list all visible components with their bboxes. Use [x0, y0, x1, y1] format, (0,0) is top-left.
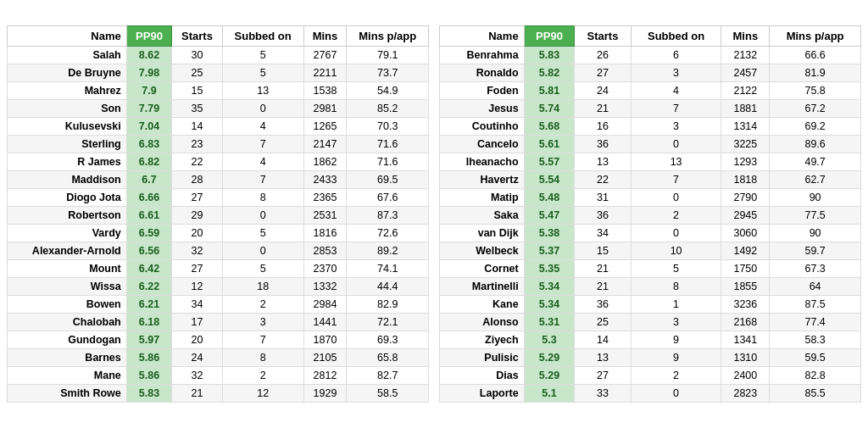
pp90-value: 5.34 [524, 296, 575, 314]
pp90-value: 5.1 [524, 385, 575, 403]
stat-cell: 69.2 [770, 118, 861, 136]
player-name: Bowen [8, 296, 127, 314]
stat-cell: 0 [631, 385, 721, 403]
pp90-value: 7.04 [126, 118, 172, 136]
player-name: Coutinho [440, 118, 525, 136]
stat-cell: 1 [631, 296, 721, 314]
table-row: Cornet5.35215175067.3 [440, 260, 861, 278]
pp90-value: 8.62 [126, 47, 172, 64]
pp90-value: 5.35 [524, 260, 575, 278]
pp90-value: 7.98 [126, 64, 172, 82]
table-row: Foden5.81244212275.8 [440, 82, 861, 100]
table-row: Dias5.29272240082.8 [440, 367, 861, 385]
stat-cell: 5 [222, 64, 303, 82]
stat-cell: 82.9 [347, 296, 429, 314]
player-name: Kane [440, 296, 525, 314]
stat-cell: 30 [172, 47, 223, 64]
table-row: van Dijk5.38340306090 [440, 225, 861, 242]
player-name: Foden [440, 82, 525, 100]
pp90-value: 7.9 [126, 82, 172, 100]
stat-cell: 1870 [303, 331, 347, 349]
table-row: Ronaldo5.82273245781.9 [440, 64, 861, 82]
player-name: Mane [8, 367, 127, 385]
stat-cell: 66.6 [770, 47, 861, 64]
stat-cell: 81.9 [770, 64, 861, 82]
stat-cell: 77.5 [770, 207, 861, 225]
stat-cell: 7 [631, 171, 721, 189]
stat-cell: 2853 [303, 242, 347, 260]
table-row: Barnes5.86248210565.8 [8, 349, 429, 367]
table-row: Matip5.48310279090 [440, 189, 861, 207]
stat-cell: 33 [575, 385, 631, 403]
table1-col-subbed: Subbed on [222, 26, 303, 47]
player-name: Ziyech [440, 331, 525, 349]
stat-cell: 8 [222, 349, 303, 367]
table-row: Jesus5.74217188167.2 [440, 100, 861, 118]
player-name: R James [8, 153, 127, 171]
stat-cell: 2 [222, 296, 303, 314]
player-name: Smith Rowe [8, 385, 127, 403]
stat-cell: 2370 [303, 260, 347, 278]
pp90-value: 5.86 [126, 349, 172, 367]
stat-cell: 0 [631, 136, 721, 153]
pp90-value: 6.7 [126, 171, 172, 189]
table1-col-name: Name [8, 26, 127, 47]
player-name: Barnes [8, 349, 127, 367]
stat-cell: 2984 [303, 296, 347, 314]
stat-cell: 2365 [303, 189, 347, 207]
table2: Name PP90 Starts Subbed on Mins Mins p/a… [439, 25, 861, 403]
stat-cell: 2823 [721, 385, 770, 403]
table1-col-starts: Starts [172, 26, 223, 47]
stat-cell: 23 [172, 136, 223, 153]
table-row: Salah8.62305276779.1 [8, 47, 429, 64]
stat-cell: 2211 [303, 64, 347, 82]
stat-cell: 0 [631, 225, 721, 242]
stat-cell: 21 [172, 385, 223, 403]
stat-cell: 64 [770, 278, 861, 296]
stat-cell: 2400 [721, 367, 770, 385]
table-row: Son7.79350298185.2 [8, 100, 429, 118]
stat-cell: 10 [631, 242, 721, 260]
pp90-value: 5.83 [524, 47, 575, 64]
stat-cell: 0 [222, 207, 303, 225]
player-name: Son [8, 100, 127, 118]
table-row: Ziyech5.3149134158.3 [440, 331, 861, 349]
stat-cell: 32 [172, 367, 223, 385]
table-row: Welbeck5.371510149259.7 [440, 242, 861, 260]
pp90-value: 5.31 [524, 314, 575, 331]
stat-cell: 1855 [721, 278, 770, 296]
stat-cell: 87.5 [770, 296, 861, 314]
player-name: Havertz [440, 171, 525, 189]
stat-cell: 2457 [721, 64, 770, 82]
pp90-value: 6.22 [126, 278, 172, 296]
stat-cell: 8 [631, 278, 721, 296]
table-row: Gundogan5.97207187069.3 [8, 331, 429, 349]
stat-cell: 4 [222, 118, 303, 136]
table-row: Coutinho5.68163131469.2 [440, 118, 861, 136]
stat-cell: 67.2 [770, 100, 861, 118]
stat-cell: 32 [172, 242, 223, 260]
stat-cell: 75.8 [770, 82, 861, 100]
pp90-value: 5.61 [524, 136, 575, 153]
stat-cell: 85.5 [770, 385, 861, 403]
stat-cell: 1862 [303, 153, 347, 171]
player-name: Maddison [8, 171, 127, 189]
table1-container: Name PP90 Starts Subbed on Mins Mins p/a… [7, 25, 429, 403]
stat-cell: 25 [575, 314, 631, 331]
stat-cell: 21 [575, 100, 631, 118]
stat-cell: 1441 [303, 314, 347, 331]
pp90-value: 6.59 [126, 225, 172, 242]
stat-cell: 54.9 [347, 82, 429, 100]
stat-cell: 58.5 [347, 385, 429, 403]
table2-col-pp90: PP90 [524, 26, 575, 47]
stat-cell: 2790 [721, 189, 770, 207]
stat-cell: 20 [172, 331, 223, 349]
table2-col-mins: Mins [721, 26, 770, 47]
stat-cell: 59.5 [770, 349, 861, 367]
stat-cell: 72.6 [347, 225, 429, 242]
stat-cell: 1492 [721, 242, 770, 260]
table-row: Sterling6.83237214771.6 [8, 136, 429, 153]
table-row: Mount6.42275237074.1 [8, 260, 429, 278]
stat-cell: 7 [222, 136, 303, 153]
stat-cell: 74.1 [347, 260, 429, 278]
